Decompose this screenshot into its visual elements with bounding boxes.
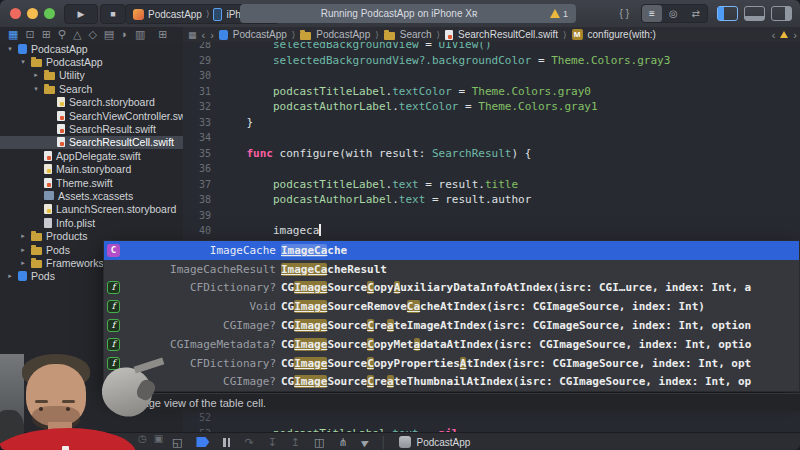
disclosure-open-icon[interactable]: ▾ [32,85,40,93]
memory-graph-icon[interactable]: ⋔ [338,436,347,449]
forward-button[interactable]: › [210,29,214,41]
token: = [419,178,439,191]
completion-row-2[interactable]: fCFDictionary?CGImageSourceCopyAuxiliary… [104,279,799,298]
disclosure-open-icon[interactable]: ▾ [6,45,14,53]
sidebar-item-utility[interactable]: ▸Utility [0,69,183,82]
line-number: 40 [183,223,220,239]
sidebar-item-searchresultcell-swift[interactable]: SearchResultCell.swift [0,136,183,149]
stop-button[interactable]: ■ [100,4,126,24]
sidebar-item-searchresult-swift[interactable]: SearchResult.swift [0,122,183,135]
test-navigator-icon[interactable]: ◇ [88,27,96,42]
sidebar-item-assets-xcassets[interactable]: Assets.xcassets [0,189,183,202]
issue-navigator-icon[interactable]: △ [73,27,81,42]
crumb-search[interactable]: Search [400,29,432,40]
breakpoints-toggle-icon[interactable] [196,437,209,447]
disclosure-closed-icon[interactable]: ▸ [32,71,40,79]
sidebar-item-searchviewcontroller-swift[interactable]: SearchViewController.swift [0,109,183,122]
sidebar-item-podcastapp[interactable]: ▾PodcastApp [0,42,183,55]
disclosure-closed-icon[interactable]: ▸ [19,232,27,240]
report-navigator-icon[interactable]: ▥ [135,27,145,42]
project-icon [219,30,228,40]
toggle-navigator-button[interactable] [717,6,738,21]
sidebar-item-search-storyboard[interactable]: Search.storyboard [0,96,183,109]
crumb-podcastapp[interactable]: PodcastApp [233,29,287,40]
xcode-window: ▶ ■ PodcastApp ⟩ iPhone Xʀ Running Podca… [0,0,800,450]
find-navigator-icon[interactable]: ⚲ [58,27,66,42]
completion-row-0[interactable]: CImageCacheImageCache [104,241,799,260]
next-issue-button[interactable]: › [793,29,797,41]
project-navigator-icon[interactable]: ▦ [8,27,18,42]
token: UIView() [439,42,492,51]
zoom-window-button[interactable] [44,8,55,19]
code-text: podcastAuthorLabel.textColor = Theme.Col… [220,99,598,115]
code-text: func configure(with result: SearchResult… [220,146,531,162]
warning-count[interactable]: 1 [563,9,568,19]
clock-icon[interactable]: ◷ [138,433,147,444]
step-into-icon[interactable]: ↧ [268,436,277,449]
sidebar-item-theme-swift[interactable]: Theme.swift [0,176,183,189]
view-hierarchy-icon[interactable]: ◫ [314,436,324,449]
sidebar-item-main-storyboard[interactable]: Main.storyboard [0,163,183,176]
autocomplete-popup: CImageCacheImageCacheCImageCacheResultIm… [103,240,800,392]
toggle-inspectors-button[interactable] [771,6,792,21]
sidebar-item-appdelegate-swift[interactable]: AppDelegate.swift [0,149,183,162]
source-control-navigator-icon[interactable]: ⊡ [25,27,34,42]
text-cursor [319,224,321,236]
sidebar-item-podcastapp[interactable]: ▾PodcastApp [0,55,183,68]
crumb-podcastapp[interactable]: PodcastApp [316,29,370,40]
symbol-navigator-icon[interactable]: ⊞ [42,27,51,42]
hide-debug-area-icon[interactable]: ◱ [172,436,182,449]
completion-row-7[interactable]: fCGImage?CGImageSourceCreateThumbnailAtI… [104,373,799,392]
previous-issue-button[interactable]: ‹ [772,29,776,41]
name-part: CG [281,338,294,351]
name-part: C [367,338,374,351]
sidebar-item-search[interactable]: ▾Search [0,82,183,95]
run-button[interactable]: ▶ [64,4,98,24]
crumb-configure-with[interactable]: configure(with:) [588,29,656,40]
completion-row-6[interactable]: fCFDictionary?CGImageSourceCopyPropertie… [104,354,799,373]
debug-navigator-icon[interactable]: ▤ [104,27,114,42]
completion-row-4[interactable]: fCGImage?CGImageSourceCreateImageAtIndex… [104,316,799,335]
crumb-searchresultcell-swift[interactable]: SearchResultCell.swift [458,29,558,40]
line-number: 38 [183,192,220,208]
warning-icon[interactable] [780,31,788,38]
step-over-icon[interactable]: ↷ [244,436,253,449]
file-label: PodcastApp [31,43,88,55]
version-editor-button[interactable]: ⇄ [685,5,707,22]
close-window-button[interactable] [10,8,21,19]
project-icon [18,271,27,281]
running-process-label[interactable]: PodcastApp [416,437,470,448]
completion-name: CGImageSourceCreateThumbnailAtIndex(isrc… [281,375,751,388]
sidebar-item-launchscreen-storyboard[interactable]: LaunchScreen.storyboard [0,203,183,216]
f-left-fill [718,7,724,20]
editor-button-group: ≡◎⇄ [641,4,708,23]
step-out-icon[interactable]: ↥ [291,436,300,449]
completion-row-3[interactable]: fVoidCGImageSourceRemoveCacheAtIndex(isr… [104,297,799,316]
disclosure-open-icon[interactable]: ▾ [19,58,27,66]
disclosure-closed-icon[interactable]: ▸ [19,246,27,254]
assistant-editor-button[interactable]: ◎ [662,5,685,22]
line-number: 31 [183,84,220,100]
warning-icon[interactable] [550,9,560,18]
grid-icon[interactable]: ⊞ [158,27,167,42]
completion-row-5[interactable]: fCGImageMetadata?CGImageSourceCopyMetada… [104,335,799,354]
code-review-button[interactable]: { } [613,5,636,22]
simulate-location-icon[interactable]: ▶ [360,436,371,448]
breakpoint-navigator-icon[interactable]: ◗ [121,27,128,42]
standard-editor-button[interactable]: ≡ [642,5,662,22]
plist-icon [44,218,52,228]
token: textColor [392,85,452,98]
toggle-debug-area-button[interactable] [744,6,765,21]
minimize-window-button[interactable] [27,8,38,19]
disclosure-closed-icon[interactable]: ▸ [6,272,14,280]
back-button[interactable]: ‹ [202,29,206,41]
pause-icon[interactable] [223,438,230,447]
sidebar-item-info-plist[interactable]: Info.plist [0,216,183,229]
disclosure-closed-icon[interactable]: ▸ [19,259,27,267]
storyboard-icon [44,164,52,174]
filter-icon[interactable]: ▣ [154,433,163,444]
name-part: opyMet [374,338,414,351]
completion-row-1[interactable]: CImageCacheResultImageCacheResult [104,260,799,279]
related-items-icon[interactable]: ▦ [188,30,197,40]
token: result.author [445,193,531,206]
